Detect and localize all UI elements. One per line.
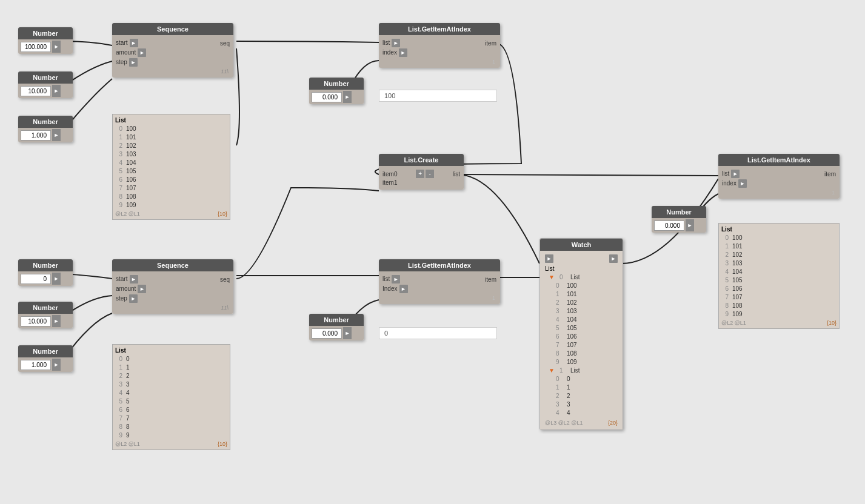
lgi3-index-port[interactable]: ► xyxy=(399,285,408,293)
list-2-row-5: 55 xyxy=(115,397,227,406)
number-node-3: Number 1.000 ► xyxy=(18,116,73,142)
list-1-row-7: 7107 xyxy=(115,184,227,193)
lgi2-list-label: list xyxy=(722,170,729,177)
seq1-amount-port[interactable]: ► xyxy=(138,48,146,57)
number-node-8-arrow[interactable]: ► xyxy=(52,359,61,371)
seq2-step-port[interactable]: ► xyxy=(129,294,138,303)
list-right-row-0: 0100 xyxy=(721,234,837,242)
list-create-plus[interactable]: + xyxy=(416,170,424,178)
number-node-5-value[interactable]: 0.000 xyxy=(654,220,684,231)
list-right-display: List 0100 1101 2102 3103 4104 5105 6106 … xyxy=(718,223,840,329)
number-node-7-header: Number xyxy=(18,302,73,314)
watch-footer-right: {20} xyxy=(608,420,618,426)
watch-header: Watch xyxy=(540,239,623,251)
list-right-header: List xyxy=(721,226,837,233)
list-1-header: List xyxy=(115,117,227,124)
number-node-6-arrow[interactable]: ► xyxy=(52,273,61,285)
lgi1-list-label: list xyxy=(382,39,390,46)
number-node-6: Number 0 ► xyxy=(18,259,73,286)
number-node-4: Number 0.000 ► xyxy=(309,78,364,104)
watch-in-port[interactable]: ► xyxy=(545,254,553,263)
list-2-footer-left: @L2 @L1 xyxy=(115,441,140,447)
number-node-7-arrow[interactable]: ► xyxy=(52,315,61,327)
seq1-start-port[interactable]: ► xyxy=(130,39,138,47)
list-1-row-3: 3103 xyxy=(115,150,227,159)
number-node-7: Number 10.000 ► xyxy=(18,302,73,328)
sequence-node-2: Sequence start ► seq amount ► step ► 11\ xyxy=(112,259,233,314)
number-node-2-header: Number xyxy=(18,71,73,84)
number-node-3-arrow[interactable]: ► xyxy=(52,129,61,141)
lgi1-index-port[interactable]: ► xyxy=(399,48,407,57)
list-right-row-9: 9109 xyxy=(721,310,837,319)
list-right-row-6: 6106 xyxy=(721,285,837,293)
number-node-9-value[interactable]: 0.000 xyxy=(312,328,342,339)
seq1-start-label: start xyxy=(116,39,127,46)
list-2-header: List xyxy=(115,347,227,354)
number-node-3-value[interactable]: 1.000 xyxy=(21,130,51,141)
number-node-9: Number 0.000 ► xyxy=(309,314,364,340)
lgi2-index-port[interactable]: ► xyxy=(738,179,747,188)
lgi3-output: 0 xyxy=(379,327,497,339)
lgi2-index-label: index xyxy=(722,180,736,187)
list-2-row-8: 88 xyxy=(115,423,227,431)
number-node-5: Number 0.000 ► xyxy=(652,206,706,233)
lgi3-item-label: item xyxy=(485,276,496,283)
list-right-row-2: 2102 xyxy=(721,251,837,259)
seq2-step-label: step xyxy=(116,295,127,302)
number-node-5-arrow[interactable]: ► xyxy=(686,219,694,231)
number-node-2: Number 10.000 ► xyxy=(18,71,73,98)
number-node-2-value[interactable]: 10.000 xyxy=(21,86,51,96)
watch-node: Watch ► ► List ▼0List 0100 1101 2102 310… xyxy=(539,238,623,430)
list-2-row-2: 22 xyxy=(115,372,227,380)
list-right-row-8: 8108 xyxy=(721,302,837,310)
list-2-row-7: 77 xyxy=(115,414,227,423)
lgi1-list-port[interactable]: ► xyxy=(392,39,400,47)
seq2-start-port[interactable]: ► xyxy=(130,275,138,284)
watch-tree-item-0: ▼0List 0100 1101 2102 3103 4104 5105 610… xyxy=(545,273,618,366)
number-node-8-header: Number xyxy=(18,345,73,357)
watch-list-content: List ▼0List 0100 1101 2102 3103 4104 510… xyxy=(543,264,620,427)
seq1-step-port[interactable]: ► xyxy=(129,58,138,67)
lgi1-item-label: item xyxy=(485,40,496,47)
list-2-display: List 00 11 22 33 44 55 66 77 88 99 @L2 @… xyxy=(112,344,230,450)
lc-item0-label: item0 xyxy=(382,171,397,177)
list-2-row-6: 66 xyxy=(115,406,227,414)
seq1-out-label: seq xyxy=(220,40,230,47)
number-node-7-value[interactable]: 10.000 xyxy=(21,316,51,327)
lgi2-list-port[interactable]: ► xyxy=(731,170,740,178)
number-node-9-arrow[interactable]: ► xyxy=(343,327,352,339)
seq2-amount-port[interactable]: ► xyxy=(138,285,146,293)
list-right-row-1: 1101 xyxy=(721,242,837,251)
list-get-item-1: List.GetItemAtIndex list ► item index ► … xyxy=(379,23,500,68)
list-create-header: List.Create xyxy=(379,154,464,166)
list-right-row-7: 7107 xyxy=(721,293,837,302)
lgi3-list-port[interactable]: ► xyxy=(392,275,400,284)
sequence-node-1-header: Sequence xyxy=(112,23,233,35)
seq1-amount-label: amount xyxy=(116,49,136,56)
number-node-1: Number 100.000 ► xyxy=(18,27,73,54)
number-node-8: Number 1.000 ► xyxy=(18,345,73,372)
lgi1-index-label: index xyxy=(382,49,397,56)
list-create-minus[interactable]: - xyxy=(426,170,434,178)
watch-tree-item-1: ▼1List 00 11 22 33 44 xyxy=(545,366,618,417)
number-node-4-value[interactable]: 0.000 xyxy=(312,92,342,102)
number-node-1-value[interactable]: 100.000 xyxy=(21,42,51,52)
list-right-row-5: 5105 xyxy=(721,276,837,285)
number-node-4-arrow[interactable]: ► xyxy=(343,91,352,103)
list-1-display: List 0100 1101 2102 3103 4104 5105 6106 … xyxy=(112,114,230,220)
number-node-1-arrow[interactable]: ► xyxy=(52,41,61,53)
sequence-node-1: Sequence start ► seq amount ► step ► 11\ xyxy=(112,23,233,78)
lc-list-label: list xyxy=(453,171,460,177)
number-node-2-arrow[interactable]: ► xyxy=(52,85,61,97)
number-node-8-value[interactable]: 1.000 xyxy=(21,360,51,370)
seq1-footer: 11\ xyxy=(116,68,230,75)
watch-out-port[interactable]: ► xyxy=(609,254,618,263)
list-1-row-1: 1101 xyxy=(115,133,227,142)
list-2-row-4: 44 xyxy=(115,389,227,397)
list-get-item-1-header: List.GetItemAtIndex xyxy=(379,23,500,35)
list-1-row-5: 5105 xyxy=(115,167,227,176)
watch-footer-left: @L3 @L2 @L1 xyxy=(545,420,583,426)
number-node-6-value[interactable]: 0 xyxy=(21,274,51,284)
list-get-item-2: List.GetItemAtIndex list ► item index ► … xyxy=(718,154,840,199)
list-2-row-1: 11 xyxy=(115,363,227,372)
